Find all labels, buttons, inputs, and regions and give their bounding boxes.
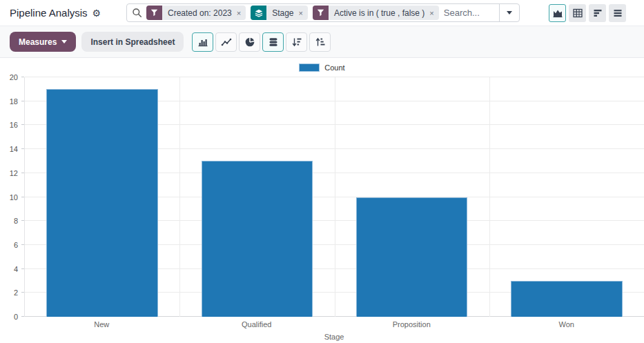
y-tick-label: 8 bbox=[14, 217, 18, 225]
top-bar: Pipeline Analysis ⚙ Created on: 2023 × S… bbox=[0, 0, 644, 26]
y-tick-label: 18 bbox=[10, 97, 18, 106]
chart-type-line-button[interactable] bbox=[215, 32, 237, 52]
search-facet-active: Active is in ( true , false ) × bbox=[313, 6, 439, 20]
insert-in-spreadsheet-button[interactable]: Insert in Spreadsheet bbox=[81, 32, 184, 52]
legend-swatch bbox=[299, 63, 320, 72]
chart-type-stacked-button[interactable] bbox=[262, 32, 284, 52]
sort-ascending-button[interactable] bbox=[309, 32, 331, 52]
y-tick-label: 12 bbox=[10, 169, 18, 177]
facet-label: Stage bbox=[266, 6, 297, 20]
chevron-down-icon bbox=[507, 11, 512, 14]
facet-label: Active is in ( true , false ) bbox=[329, 6, 428, 20]
bar-won[interactable] bbox=[511, 281, 622, 317]
view-switcher bbox=[549, 4, 626, 22]
chart-type-pie-button[interactable] bbox=[239, 32, 260, 52]
x-tick-label: Proposition bbox=[393, 320, 431, 329]
measures-button[interactable]: Measures bbox=[10, 32, 76, 52]
gridline-vertical bbox=[335, 77, 335, 317]
measures-button-label: Measures bbox=[19, 37, 57, 47]
y-tick-label: 20 bbox=[10, 73, 18, 81]
stacked-database-icon bbox=[268, 37, 279, 48]
facet-remove-icon[interactable]: × bbox=[297, 6, 308, 20]
facet-remove-icon[interactable]: × bbox=[235, 6, 246, 20]
y-tick-label: 0 bbox=[14, 313, 18, 321]
facet-label: Created on: 2023 bbox=[162, 6, 235, 20]
layers-icon bbox=[251, 6, 266, 20]
facet-remove-icon[interactable]: × bbox=[428, 6, 438, 20]
search-facet-stage: Stage × bbox=[251, 6, 308, 20]
view-switcher-list[interactable] bbox=[609, 4, 626, 22]
bar-chart-icon bbox=[197, 37, 208, 48]
plot-row: 02468101214161820 bbox=[0, 77, 644, 317]
x-tick-label: New bbox=[94, 320, 109, 329]
gridline-vertical bbox=[489, 77, 490, 317]
bar-proposition[interactable] bbox=[356, 197, 467, 317]
search-bar[interactable]: Created on: 2023 × Stage × Active is in … bbox=[126, 3, 520, 22]
bar-new[interactable] bbox=[46, 89, 157, 317]
filter-funnel-icon bbox=[146, 6, 162, 20]
breadcrumb: Pipeline Analysis ⚙ bbox=[10, 7, 126, 19]
search-facet-created-on: Created on: 2023 × bbox=[146, 6, 246, 20]
gridline-vertical bbox=[179, 77, 180, 317]
control-panel: Measures Insert in Spreadsheet bbox=[0, 26, 644, 58]
chart-type-bar-button[interactable] bbox=[192, 32, 213, 52]
x-tick-label: Qualified bbox=[242, 320, 271, 329]
x-axis-labels: NewQualifiedPropositionWon bbox=[24, 320, 644, 331]
y-tick-label: 2 bbox=[14, 288, 18, 297]
legend-label: Count bbox=[324, 63, 344, 72]
pivot-table-icon bbox=[572, 8, 583, 19]
y-tick-label: 6 bbox=[14, 241, 18, 249]
sort-ascending-icon bbox=[315, 37, 326, 48]
filter-funnel-icon bbox=[313, 6, 329, 20]
view-switcher-graph[interactable] bbox=[549, 4, 566, 22]
list-icon bbox=[612, 8, 623, 19]
chart-legend[interactable]: Count bbox=[0, 62, 644, 72]
chevron-down-icon bbox=[61, 40, 67, 43]
chart-type-buttons bbox=[192, 32, 331, 52]
y-tick-label: 14 bbox=[10, 145, 18, 153]
view-switcher-pivot[interactable] bbox=[569, 4, 586, 22]
area-chart-icon bbox=[552, 8, 563, 19]
y-tick-label: 16 bbox=[10, 121, 18, 129]
view-switcher-cohort[interactable] bbox=[589, 4, 606, 22]
bar-qualified[interactable] bbox=[202, 161, 313, 317]
y-axis: 02468101214161820 bbox=[0, 77, 24, 317]
pipeline-analysis-view: Pipeline Analysis ⚙ Created on: 2023 × S… bbox=[0, 0, 644, 343]
plot-area bbox=[24, 77, 644, 317]
x-tick-label: Won bbox=[559, 320, 574, 329]
search-dropdown-toggle[interactable] bbox=[499, 4, 519, 21]
x-axis-title: Stage bbox=[24, 333, 644, 341]
page-title: Pipeline Analysis bbox=[10, 7, 88, 19]
pie-chart-icon bbox=[244, 37, 255, 48]
y-tick-label: 10 bbox=[10, 193, 18, 202]
line-chart-icon bbox=[221, 37, 232, 48]
search-icon bbox=[132, 8, 142, 18]
sort-descending-icon bbox=[291, 37, 302, 48]
chart-section: Count 02468101214161820 NewQualifiedProp… bbox=[0, 58, 644, 341]
search-input[interactable] bbox=[444, 8, 499, 18]
y-tick-label: 4 bbox=[14, 265, 18, 273]
sort-descending-button[interactable] bbox=[286, 32, 307, 52]
cohort-icon bbox=[592, 8, 603, 19]
gear-icon[interactable]: ⚙ bbox=[92, 8, 101, 18]
